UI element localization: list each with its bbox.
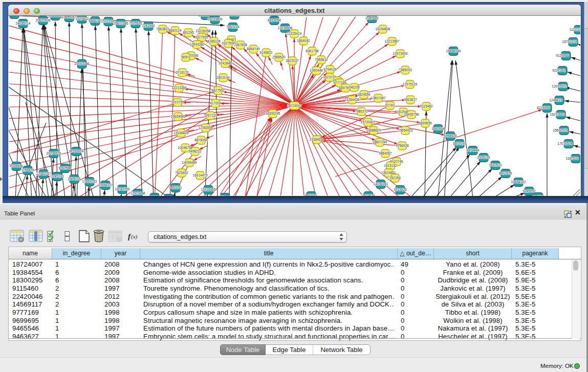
- svg-text:7857224: 7857224: [226, 25, 239, 29]
- svg-text:23226058: 23226058: [196, 29, 211, 33]
- svg-text:12093572: 12093572: [552, 84, 567, 88]
- svg-text:16210643: 16210643: [550, 113, 565, 116]
- svg-text:3267110: 3267110: [204, 114, 217, 117]
- svg-text:7151552: 7151552: [142, 24, 155, 28]
- svg-text:24055714: 24055714: [16, 21, 31, 25]
- svg-text:7857224: 7857224: [228, 16, 241, 16]
- svg-text:62160: 62160: [385, 103, 395, 107]
- svg-text:1145193: 1145193: [51, 174, 64, 178]
- svg-text:10958107: 10958107: [98, 183, 113, 187]
- svg-text:10973493: 10973493: [393, 52, 408, 55]
- svg-text:7632621: 7632621: [489, 163, 502, 167]
- svg-text:10688609: 10688609: [366, 128, 381, 132]
- svg-text:10654943: 10654943: [171, 115, 186, 118]
- svg-text:5958928: 5958928: [444, 134, 457, 138]
- svg-text:98901: 98901: [181, 55, 190, 59]
- svg-text:7986372: 7986372: [355, 110, 368, 113]
- svg-text:15692971: 15692971: [553, 128, 568, 132]
- svg-text:14136141: 14136141: [374, 182, 388, 186]
- svg-text:7625402: 7625402: [175, 171, 188, 174]
- svg-text:4938506: 4938506: [10, 164, 23, 168]
- svg-text:9097588: 9097588: [58, 166, 72, 170]
- svg-text:9242848: 9242848: [219, 61, 232, 65]
- svg-text:6899695: 6899695: [419, 121, 432, 125]
- svg-text:1010755: 1010755: [171, 100, 184, 104]
- svg-text:18807249: 18807249: [373, 140, 387, 144]
- svg-text:6879197: 6879197: [453, 142, 466, 145]
- svg-text:9327505: 9327505: [195, 35, 208, 39]
- svg-text:12923448: 12923448: [130, 191, 145, 195]
- svg-text:12975115: 12975115: [403, 82, 418, 86]
- svg-text:12213967: 12213967: [385, 39, 400, 43]
- svg-text:6961758: 6961758: [306, 49, 319, 53]
- svg-text:8471626: 8471626: [499, 171, 512, 175]
- svg-text:16671385: 16671385: [114, 21, 128, 25]
- svg-text:11325419: 11325419: [287, 32, 302, 35]
- svg-text:8660124: 8660124: [168, 29, 182, 32]
- svg-text:6794028: 6794028: [323, 68, 337, 71]
- svg-text:2935114: 2935114: [477, 156, 490, 159]
- svg-text:12213369: 12213369: [172, 86, 187, 90]
- svg-text:1065526: 1065526: [49, 16, 62, 17]
- svg-text:9474444: 9474444: [466, 148, 480, 152]
- svg-text:9463627: 9463627: [404, 98, 417, 101]
- svg-text:1990448: 1990448: [310, 69, 323, 72]
- svg-text:20206576: 20206576: [47, 151, 61, 155]
- svg-text:746206: 746206: [349, 85, 360, 89]
- svg-text:17016504: 17016504: [558, 142, 573, 145]
- svg-text:10655267: 10655267: [62, 16, 77, 19]
- svg-text:9146821: 9146821: [259, 51, 273, 54]
- svg-text:8878354: 8878354: [194, 138, 208, 142]
- svg-text:(x): (x): [131, 233, 138, 240]
- svg-text:2505115: 2505115: [68, 177, 81, 181]
- svg-text:9327508: 9327508: [222, 41, 235, 45]
- svg-text:18300295: 18300295: [266, 112, 280, 115]
- svg-text:2588520: 2588520: [272, 55, 286, 59]
- svg-text:1864092: 1864092: [297, 39, 310, 42]
- svg-text:16648784: 16648784: [446, 49, 461, 53]
- svg-text:8454749: 8454749: [247, 47, 260, 51]
- svg-text:18724007: 18724007: [287, 104, 302, 107]
- svg-text:10654122: 10654122: [511, 180, 526, 184]
- svg-text:9227342: 9227342: [552, 69, 565, 72]
- svg-text:9457751: 9457751: [169, 186, 182, 189]
- svg-text:19654923: 19654923: [398, 128, 413, 132]
- svg-text:16033809: 16033809: [208, 17, 223, 21]
- svg-text:19218506: 19218506: [278, 26, 293, 30]
- svg-text:9245052: 9245052: [522, 189, 536, 193]
- svg-text:9129966: 9129966: [556, 54, 569, 57]
- svg-text:16782759: 16782759: [115, 187, 130, 191]
- svg-text:15751074: 15751074: [562, 40, 577, 43]
- svg-text:10543382: 10543382: [190, 42, 205, 46]
- svg-text:3824554: 3824554: [357, 93, 371, 96]
- svg-text:1733426: 1733426: [394, 188, 407, 191]
- svg-text:7955812: 7955812: [315, 58, 328, 61]
- svg-text:8427552: 8427552: [211, 89, 225, 92]
- svg-text:1640954: 1640954: [431, 127, 445, 130]
- svg-text:9756928: 9756928: [396, 144, 409, 147]
- svg-text:6466160: 6466160: [89, 19, 102, 23]
- svg-text:3822037: 3822037: [286, 59, 299, 62]
- svg-text:20691406: 20691406: [36, 18, 51, 22]
- svg-text:5498222: 5498222: [188, 149, 202, 153]
- svg-text:1167533: 1167533: [566, 157, 579, 160]
- svg-text:2367608: 2367608: [234, 43, 247, 47]
- svg-text:8813054: 8813054: [268, 18, 281, 22]
- svg-text:2803144: 2803144: [216, 76, 230, 79]
- svg-text:2087682: 2087682: [365, 16, 379, 20]
- svg-text:16914479: 16914479: [193, 173, 208, 177]
- svg-text:1111111: 1111111: [570, 28, 580, 31]
- svg-text:252254: 252254: [389, 176, 401, 180]
- svg-text:2718170: 2718170: [176, 71, 189, 74]
- svg-text:17359924: 17359924: [69, 149, 84, 153]
- svg-text:7663822: 7663822: [156, 27, 169, 31]
- svg-text:417004: 417004: [210, 101, 221, 105]
- svg-text:9884067: 9884067: [379, 151, 392, 155]
- svg-text:28495756: 28495756: [404, 113, 419, 116]
- svg-text:8215955: 8215955: [537, 106, 550, 110]
- svg-text:16154808: 16154808: [376, 27, 390, 31]
- svg-text:1156829: 1156829: [21, 168, 34, 172]
- svg-text:15716465: 15716465: [201, 188, 216, 191]
- svg-text:20053346: 20053346: [75, 62, 90, 65]
- svg-text:10046758: 10046758: [178, 146, 193, 149]
